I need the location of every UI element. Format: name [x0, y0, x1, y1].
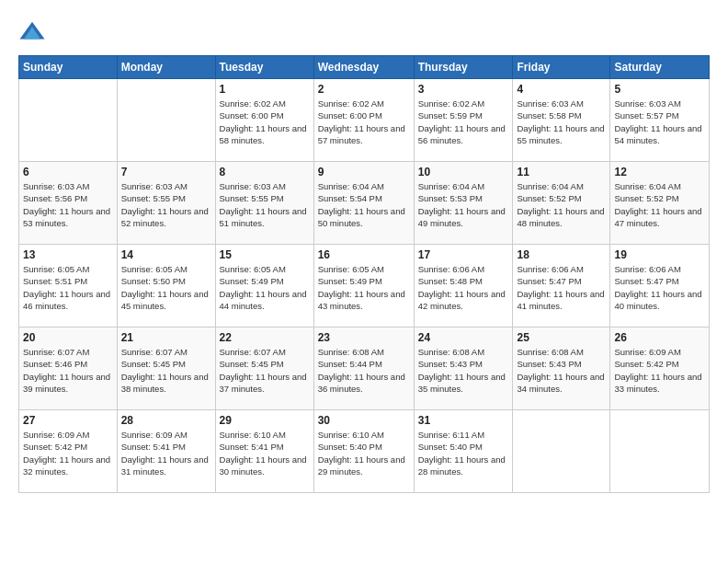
- day-info: Sunrise: 6:03 AM Sunset: 5:56 PM Dayligh…: [23, 180, 113, 229]
- week-row-1: 1Sunrise: 6:02 AM Sunset: 6:00 PM Daylig…: [19, 79, 710, 162]
- day-info: Sunrise: 6:06 AM Sunset: 5:48 PM Dayligh…: [418, 263, 509, 312]
- day-info: Sunrise: 6:07 AM Sunset: 5:45 PM Dayligh…: [121, 346, 211, 395]
- day-info: Sunrise: 6:11 AM Sunset: 5:40 PM Dayligh…: [418, 429, 509, 477]
- day-info: Sunrise: 6:03 AM Sunset: 5:57 PM Dayligh…: [614, 98, 705, 146]
- calendar-cell: 9Sunrise: 6:04 AM Sunset: 5:54 PM Daylig…: [313, 162, 414, 245]
- day-number: 12: [614, 166, 705, 178]
- calendar-cell: 30Sunrise: 6:10 AM Sunset: 5:40 PM Dayli…: [313, 410, 414, 493]
- day-number: 20: [23, 331, 113, 344]
- header-cell-sunday: Sunday: [19, 56, 118, 79]
- day-number: 16: [318, 248, 410, 261]
- day-info: Sunrise: 6:05 AM Sunset: 5:49 PM Dayligh…: [220, 263, 310, 312]
- day-info: Sunrise: 6:04 AM Sunset: 5:53 PM Dayligh…: [418, 180, 509, 229]
- day-info: Sunrise: 6:04 AM Sunset: 5:52 PM Dayligh…: [614, 180, 705, 229]
- calendar-cell: 24Sunrise: 6:08 AM Sunset: 5:43 PM Dayli…: [414, 327, 513, 410]
- day-info: Sunrise: 6:02 AM Sunset: 5:59 PM Dayligh…: [418, 98, 509, 146]
- day-number: 30: [318, 414, 410, 427]
- calendar-cell: 3Sunrise: 6:02 AM Sunset: 5:59 PM Daylig…: [414, 79, 513, 162]
- day-number: 27: [23, 414, 113, 427]
- header-cell-thursday: Thursday: [414, 56, 513, 79]
- day-info: Sunrise: 6:08 AM Sunset: 5:43 PM Dayligh…: [517, 346, 606, 395]
- calendar-cell: 23Sunrise: 6:08 AM Sunset: 5:44 PM Dayli…: [313, 327, 414, 410]
- day-number: 13: [23, 248, 113, 261]
- day-info: Sunrise: 6:03 AM Sunset: 5:55 PM Dayligh…: [121, 180, 211, 229]
- day-number: 17: [418, 248, 509, 261]
- day-number: 28: [121, 414, 211, 427]
- calendar-cell: 7Sunrise: 6:03 AM Sunset: 5:55 PM Daylig…: [117, 162, 215, 245]
- day-info: Sunrise: 6:05 AM Sunset: 5:49 PM Dayligh…: [318, 263, 410, 312]
- calendar-cell: 4Sunrise: 6:03 AM Sunset: 5:58 PM Daylig…: [513, 79, 610, 162]
- calendar-cell: 18Sunrise: 6:06 AM Sunset: 5:47 PM Dayli…: [513, 245, 610, 327]
- calendar-cell: 19Sunrise: 6:06 AM Sunset: 5:47 PM Dayli…: [610, 245, 710, 327]
- calendar-cell: 14Sunrise: 6:05 AM Sunset: 5:50 PM Dayli…: [117, 245, 215, 327]
- day-number: 21: [121, 331, 211, 344]
- day-number: 15: [220, 248, 310, 261]
- day-number: 31: [418, 414, 509, 427]
- day-number: 9: [318, 166, 410, 178]
- day-number: 2: [318, 83, 410, 96]
- day-number: 10: [418, 166, 509, 178]
- calendar-cell: 16Sunrise: 6:05 AM Sunset: 5:49 PM Dayli…: [313, 245, 414, 327]
- day-info: Sunrise: 6:06 AM Sunset: 5:47 PM Dayligh…: [517, 263, 606, 312]
- calendar-cell: 2Sunrise: 6:02 AM Sunset: 6:00 PM Daylig…: [313, 79, 414, 162]
- calendar-cell: 29Sunrise: 6:10 AM Sunset: 5:41 PM Dayli…: [215, 410, 313, 493]
- calendar-cell: 15Sunrise: 6:05 AM Sunset: 5:49 PM Dayli…: [215, 245, 313, 327]
- header-cell-monday: Monday: [117, 56, 215, 79]
- calendar-cell: 8Sunrise: 6:03 AM Sunset: 5:55 PM Daylig…: [215, 162, 313, 245]
- day-number: 26: [614, 331, 705, 344]
- week-row-2: 6Sunrise: 6:03 AM Sunset: 5:56 PM Daylig…: [19, 162, 710, 245]
- day-info: Sunrise: 6:02 AM Sunset: 6:00 PM Dayligh…: [220, 98, 310, 146]
- day-number: 5: [614, 83, 705, 96]
- calendar-cell: 26Sunrise: 6:09 AM Sunset: 5:42 PM Dayli…: [610, 327, 710, 410]
- day-number: 7: [121, 166, 211, 178]
- calendar-cell: 1Sunrise: 6:02 AM Sunset: 6:00 PM Daylig…: [215, 79, 313, 162]
- day-number: 24: [418, 331, 509, 344]
- calendar-cell: 22Sunrise: 6:07 AM Sunset: 5:45 PM Dayli…: [215, 327, 313, 410]
- day-info: Sunrise: 6:03 AM Sunset: 5:55 PM Dayligh…: [220, 180, 310, 229]
- calendar-cell: 6Sunrise: 6:03 AM Sunset: 5:56 PM Daylig…: [19, 162, 118, 245]
- day-number: 3: [418, 83, 509, 96]
- day-info: Sunrise: 6:09 AM Sunset: 5:42 PM Dayligh…: [614, 346, 705, 395]
- day-info: Sunrise: 6:02 AM Sunset: 6:00 PM Dayligh…: [318, 98, 410, 146]
- day-number: 23: [318, 331, 410, 344]
- calendar-cell: 21Sunrise: 6:07 AM Sunset: 5:45 PM Dayli…: [117, 327, 215, 410]
- day-info: Sunrise: 6:04 AM Sunset: 5:54 PM Dayligh…: [318, 180, 410, 229]
- day-number: 1: [220, 83, 310, 96]
- day-number: 8: [220, 166, 310, 178]
- calendar-table: SundayMondayTuesdayWednesdayThursdayFrid…: [18, 55, 710, 493]
- day-info: Sunrise: 6:07 AM Sunset: 5:45 PM Dayligh…: [220, 346, 310, 395]
- calendar-header: SundayMondayTuesdayWednesdayThursdayFrid…: [19, 56, 710, 79]
- day-number: 14: [121, 248, 211, 261]
- header-cell-friday: Friday: [513, 56, 610, 79]
- day-info: Sunrise: 6:05 AM Sunset: 5:51 PM Dayligh…: [23, 263, 113, 312]
- calendar-cell: 20Sunrise: 6:07 AM Sunset: 5:46 PM Dayli…: [19, 327, 118, 410]
- calendar-cell: 13Sunrise: 6:05 AM Sunset: 5:51 PM Dayli…: [19, 245, 118, 327]
- day-number: 25: [517, 331, 606, 344]
- calendar-cell: 17Sunrise: 6:06 AM Sunset: 5:48 PM Dayli…: [414, 245, 513, 327]
- day-number: 6: [23, 166, 113, 178]
- week-row-5: 27Sunrise: 6:09 AM Sunset: 5:42 PM Dayli…: [19, 410, 710, 493]
- header-cell-tuesday: Tuesday: [215, 56, 313, 79]
- page-header: [18, 18, 710, 46]
- day-info: Sunrise: 6:10 AM Sunset: 5:40 PM Dayligh…: [318, 429, 410, 477]
- day-info: Sunrise: 6:04 AM Sunset: 5:52 PM Dayligh…: [517, 180, 606, 229]
- day-info: Sunrise: 6:08 AM Sunset: 5:43 PM Dayligh…: [418, 346, 509, 395]
- header-cell-saturday: Saturday: [610, 56, 710, 79]
- day-info: Sunrise: 6:08 AM Sunset: 5:44 PM Dayligh…: [318, 346, 410, 395]
- logo: [18, 18, 50, 46]
- calendar-cell: 27Sunrise: 6:09 AM Sunset: 5:42 PM Dayli…: [19, 410, 118, 493]
- calendar-cell: 25Sunrise: 6:08 AM Sunset: 5:43 PM Dayli…: [513, 327, 610, 410]
- calendar-cell: 12Sunrise: 6:04 AM Sunset: 5:52 PM Dayli…: [610, 162, 710, 245]
- day-info: Sunrise: 6:09 AM Sunset: 5:41 PM Dayligh…: [121, 429, 211, 477]
- day-number: 19: [614, 248, 705, 261]
- calendar-cell: 28Sunrise: 6:09 AM Sunset: 5:41 PM Dayli…: [117, 410, 215, 493]
- calendar-cell: 5Sunrise: 6:03 AM Sunset: 5:57 PM Daylig…: [610, 79, 710, 162]
- calendar-cell: 10Sunrise: 6:04 AM Sunset: 5:53 PM Dayli…: [414, 162, 513, 245]
- calendar-cell: 11Sunrise: 6:04 AM Sunset: 5:52 PM Dayli…: [513, 162, 610, 245]
- calendar-body: 1Sunrise: 6:02 AM Sunset: 6:00 PM Daylig…: [19, 79, 710, 493]
- calendar-cell: [610, 410, 710, 493]
- calendar-cell: [513, 410, 610, 493]
- calendar-cell: [117, 79, 215, 162]
- day-number: 4: [517, 83, 606, 96]
- day-number: 29: [220, 414, 310, 427]
